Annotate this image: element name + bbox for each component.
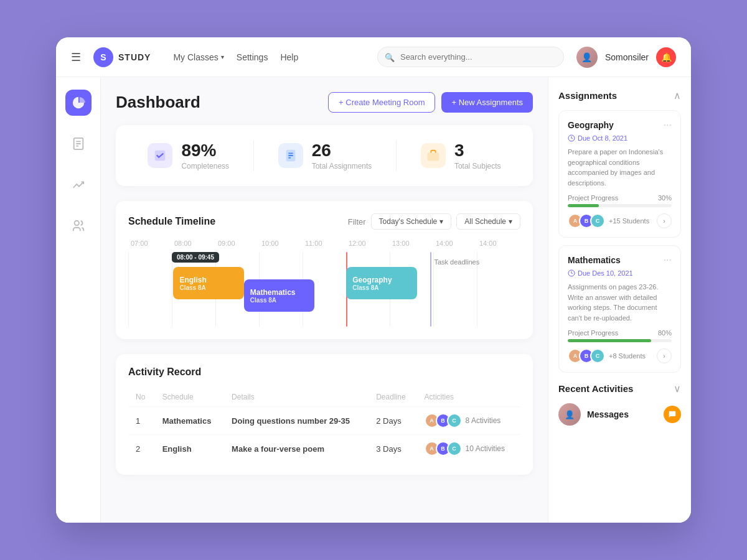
activity-table: No Schedule Details Deadline Acticities … (128, 388, 520, 462)
today-schedule-dropdown[interactable]: Today's Schedule ▾ (371, 213, 452, 230)
main-content: Dashboard + Create Meeting Room + New As… (101, 77, 548, 523)
geography-subject: Geography (568, 120, 614, 130)
row2-count: 10 Activities (466, 444, 505, 453)
notification-button[interactable]: 🔔 (656, 47, 676, 67)
row1-schedule: Mathematics (155, 407, 224, 435)
assignments-panel-title: Assignments (558, 90, 617, 101)
page-title: Dashboard (116, 93, 200, 112)
hamburger-icon[interactable]: ☰ (71, 50, 81, 64)
geography-card-header: Geography ··· (568, 119, 672, 131)
sidebar-item-analytics[interactable] (65, 172, 92, 198)
col-activities: Acticities (417, 388, 520, 407)
nav-my-classes[interactable]: My Classes ▾ (173, 52, 223, 62)
geography-students-count: +15 Students (609, 217, 649, 225)
all-schedule-dropdown[interactable]: All Schedule ▾ (456, 213, 520, 230)
header-right: 👤 Somonsiler 🔔 (576, 47, 676, 68)
geography-nav-arrow[interactable]: › (657, 213, 672, 228)
create-meeting-button[interactable]: + Create Meeting Room (328, 92, 435, 113)
time-label-4: 11:00 (303, 240, 346, 247)
mathematics-card-footer: A B C +8 Students › (568, 348, 672, 363)
time-label-2: 09:00 (215, 240, 259, 247)
new-assignments-button[interactable]: + New Assignments (441, 92, 533, 113)
geography-more-icon[interactable]: ··· (664, 119, 672, 131)
english-event[interactable]: English Class 8A (173, 267, 243, 299)
body-area: Dashboard + Create Meeting Room + New As… (56, 77, 691, 523)
col-details: Details (224, 388, 369, 407)
recent-activities: Recent Activities ∨ 👤 Messages (558, 383, 681, 426)
sidebar (56, 77, 101, 523)
completeness-icon (148, 143, 172, 168)
recent-activities-title: Recent Activities (558, 383, 633, 394)
geography-progress-label: Project Progress 30% (568, 194, 672, 202)
geography-event[interactable]: Geography Class 8A (346, 267, 416, 299)
right-panel: Assignments ∧ Geography ··· Due Oct 8, 2… (548, 77, 691, 523)
row2-schedule: English (155, 435, 224, 463)
search-icon: 🔍 (385, 52, 395, 62)
stat-divider-2 (396, 140, 397, 171)
mathematics-due-date: Due Des 10, 2021 (568, 269, 672, 277)
task-deadline-marker (430, 252, 431, 327)
nav-help[interactable]: Help (280, 52, 298, 62)
header-actions: + Create Meeting Room + New Assignments (328, 92, 533, 113)
geography-due-date: Due Oct 8, 2021 (568, 134, 672, 142)
mathematics-students: A B C +8 Students (568, 348, 646, 363)
avatar: 👤 (576, 47, 598, 68)
row2-deadline: 3 Days (369, 435, 416, 463)
stat-divider-1 (253, 140, 254, 171)
row1-activities: A B C 8 Activities (417, 407, 520, 435)
messages-avatar: 👤 (558, 403, 581, 426)
activity-header: Activity Record (128, 366, 520, 378)
subjects-icon (421, 143, 446, 168)
mathematics-desc: Assignments on pages 23-26. Write an ans… (568, 282, 672, 323)
col-deadline: Deadline (369, 388, 416, 407)
logo-text: STUDY (118, 52, 151, 62)
mathematics-progress-label: Project Progress 80% (568, 329, 672, 337)
nav-settings[interactable]: Settings (237, 52, 268, 62)
geography-progress-bar (568, 204, 672, 207)
sidebar-item-documents[interactable] (65, 131, 92, 157)
mathematics-card: Mathematics ··· Due Des 10, 2021 Assignm… (558, 245, 681, 373)
messages-label: Messages (587, 409, 657, 419)
mathematics-event[interactable]: Mathematics Class 8A (244, 279, 314, 312)
activity-title: Activity Record (128, 366, 201, 378)
assignments-value: 26 (312, 141, 372, 161)
sidebar-item-users[interactable] (65, 213, 92, 239)
sidebar-item-dashboard[interactable] (65, 90, 92, 116)
assignments-panel-header: Assignments ∧ (558, 90, 681, 101)
time-label-8: 14:00 (477, 240, 520, 247)
dashboard-header: Dashboard + Create Meeting Room + New As… (116, 92, 533, 113)
recent-activities-toggle[interactable]: ∨ (674, 383, 681, 394)
stat-assignments: 26 Total Assignments (278, 141, 372, 170)
time-label-5: 12:00 (346, 240, 390, 247)
mini-avatar: C (447, 413, 462, 428)
activity-section: Activity Record No Schedule Details Dead… (116, 354, 533, 475)
mathematics-progress-fill (568, 339, 651, 342)
filter-area: Filter Today's Schedule ▾ All Schedule ▾ (348, 213, 520, 230)
assignments-icon (278, 143, 303, 168)
mathematics-more-icon[interactable]: ··· (664, 254, 672, 266)
mathematics-students-count: +8 Students (609, 352, 646, 360)
mathematics-card-header: Mathematics ··· (568, 254, 672, 266)
schedule-section: Schedule Timeline Filter Today's Schedul… (116, 201, 533, 339)
completeness-value: 89% (181, 141, 229, 161)
messages-row: 👤 Messages (558, 403, 681, 426)
stat-completeness: 89% Completeness (148, 141, 229, 170)
mathematics-subject: Mathematics (568, 255, 621, 265)
header: ☰ S STUDY My Classes ▾ Settings Help 🔍 👤… (56, 37, 691, 77)
geography-desc: Prepare a paper on Indonesia's geographi… (568, 147, 672, 188)
assignments-label: Total Assignments (312, 162, 372, 170)
recent-activities-header: Recent Activities ∨ (558, 383, 681, 394)
assignments-toggle[interactable]: ∧ (674, 90, 681, 101)
users-icon (72, 219, 85, 233)
messages-icon[interactable] (664, 406, 681, 423)
mathematics-nav-arrow[interactable]: › (657, 348, 672, 363)
geography-progress-fill (568, 204, 599, 207)
search-input[interactable] (377, 47, 564, 67)
time-tag: 08:00 - 09:45 (172, 252, 219, 263)
row2-no: 2 (128, 435, 155, 463)
row2-avatar-group: A B C (425, 441, 462, 456)
schedule-title: Schedule Timeline (128, 216, 215, 227)
timeline-container: 07:00 08:00 09:00 10:00 11:00 12:00 13:0… (128, 240, 520, 327)
geography-card-footer: A B C +15 Students › (568, 213, 672, 228)
col-no: No (128, 388, 155, 407)
